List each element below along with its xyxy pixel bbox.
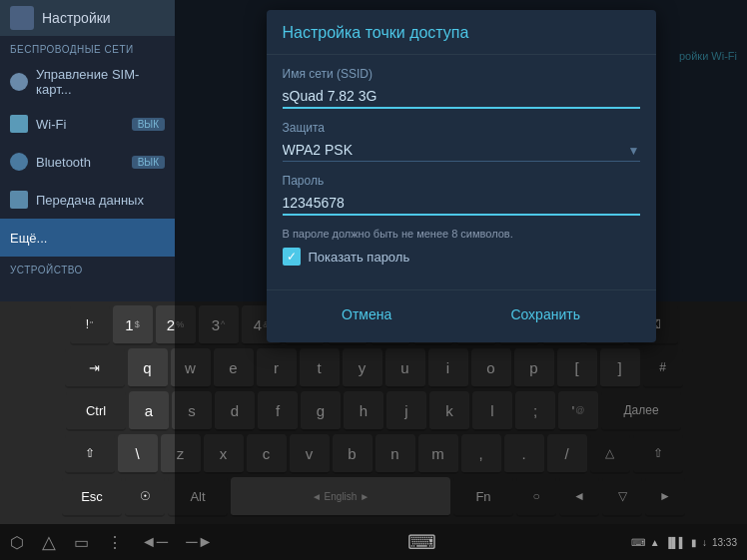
bluetooth-icon <box>10 153 28 171</box>
key-1[interactable]: 1$ <box>113 305 153 345</box>
save-button[interactable]: Сохранить <box>490 300 600 328</box>
back-nav-icon[interactable]: ⬡ <box>10 533 24 552</box>
sidebar-item-wifi[interactable]: Wi-Fi ВЫК <box>0 105 175 143</box>
key-ctrl[interactable]: Ctrl <box>66 391 126 431</box>
security-select[interactable]: WPA2 PSK WPA PSK Открытая <box>283 139 640 162</box>
settings-title: Настройки <box>42 10 111 26</box>
hotspot-dialog: Настройка точки доступа Имя сети (SSID) … <box>267 10 656 342</box>
sidebar-item-wifi-label: Wi-Fi <box>36 117 66 132</box>
signal-icon: ▐▌▌ <box>665 537 686 548</box>
keyboard-icon[interactable]: ⌨ <box>407 530 436 554</box>
dialog-body: Имя сети (SSID) Защита WPA2 PSK WPA PSK … <box>267 55 656 281</box>
clock: 13:33 <box>712 537 737 548</box>
menu-nav-icon[interactable]: ⋮ <box>107 533 123 552</box>
sidebar-item-more[interactable]: Ещё... <box>0 219 175 257</box>
bluetooth-badge: ВЫК <box>132 156 165 169</box>
key-settings[interactable]: ☉ <box>125 477 165 517</box>
battery-icon: ▮ <box>691 537 697 548</box>
vol-down-icon[interactable]: ◄─ <box>141 533 168 551</box>
keyboard-status-icon: ⌨ <box>631 537 645 548</box>
password-label: Пароль <box>283 174 640 188</box>
show-password-row[interactable]: ✓ Показать пароль <box>283 248 640 266</box>
security-label: Защита <box>283 121 640 135</box>
nav-left: ⬡ △ ▭ ⋮ ◄─ ─► <box>10 531 213 553</box>
key-backslash[interactable]: \ <box>118 434 158 474</box>
main-content: ройки Wi-Fi Настройка точки доступа Имя … <box>175 0 747 560</box>
nav-right: ⌨ ▲ ▐▌▌ ▮ ↓ 13:33 <box>631 537 737 548</box>
show-password-label: Показать пароль <box>309 250 410 265</box>
dialog-buttons: Отмена Сохранить <box>267 289 656 342</box>
sidebar-item-bluetooth[interactable]: Bluetooth ВЫК <box>0 143 175 181</box>
wifi-status-icon: ▲ <box>650 537 660 548</box>
ssid-label: Имя сети (SSID) <box>283 67 640 81</box>
sim-icon <box>10 73 28 91</box>
home-nav-icon[interactable]: △ <box>42 531 56 553</box>
nav-center: ⌨ <box>407 530 436 554</box>
sidebar-item-more-label: Ещё... <box>10 231 47 246</box>
settings-header: Настройки <box>0 0 175 36</box>
wifi-badge: ВЫК <box>132 118 165 131</box>
ssid-input[interactable] <box>283 85 640 109</box>
key-shift-left[interactable]: ⇧ <box>65 434 115 474</box>
key-tilde[interactable]: !" <box>70 305 110 345</box>
device-section-label: УСТРОЙСТВО <box>0 257 175 280</box>
sidebar-item-sim-label: Управление SIM-карт... <box>36 67 165 97</box>
sidebar-item-sim[interactable]: Управление SIM-карт... <box>0 59 175 105</box>
security-select-wrap: WPA2 PSK WPA PSK Открытая ▼ <box>283 139 640 162</box>
settings-sidebar: Настройки БЕСПРОВОДНЫЕ СЕТИ Управление S… <box>0 0 175 319</box>
wifi-icon <box>10 115 28 133</box>
wireless-section-label: БЕСПРОВОДНЫЕ СЕТИ <box>0 36 175 59</box>
dialog-title: Настройка точки доступа <box>267 10 656 55</box>
key-esc[interactable]: Esc <box>62 477 122 517</box>
status-icons: ⌨ ▲ ▐▌▌ ▮ ↓ 13:33 <box>631 537 737 548</box>
dialog-overlay: Настройка точки доступа Имя сети (SSID) … <box>175 0 747 560</box>
recents-nav-icon[interactable]: ▭ <box>74 533 89 552</box>
data-icon <box>10 191 28 209</box>
vol-up-icon[interactable]: ─► <box>186 533 213 551</box>
settings-icon <box>10 6 34 30</box>
cancel-button[interactable]: Отмена <box>322 300 411 328</box>
key-a[interactable]: a <box>129 391 169 431</box>
sidebar-item-data-label: Передача данных <box>36 193 144 208</box>
sidebar-item-data[interactable]: Передача данных <box>0 181 175 219</box>
download-icon: ↓ <box>702 537 707 548</box>
select-arrow-icon: ▼ <box>628 144 640 158</box>
key-q[interactable]: q <box>128 348 168 388</box>
sidebar-item-bluetooth-label: Bluetooth <box>36 155 91 170</box>
password-input[interactable] <box>283 192 640 216</box>
key-tab[interactable]: ⇥ <box>65 348 125 388</box>
error-text: В пароле должно быть не менее 8 символов… <box>283 228 640 240</box>
show-password-checkbox[interactable]: ✓ <box>283 248 301 266</box>
nav-bar: ⬡ △ ▭ ⋮ ◄─ ─► ⌨ ⌨ ▲ ▐▌▌ ▮ ↓ 13:33 <box>0 524 747 560</box>
